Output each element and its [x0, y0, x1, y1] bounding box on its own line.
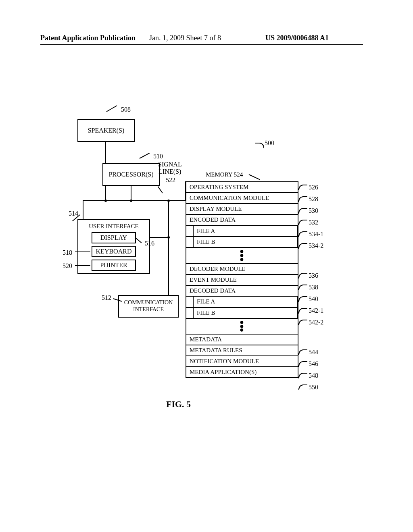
ref-dec-a: 542-1	[309, 307, 323, 314]
line-ui-right	[150, 237, 168, 238]
mem-metadata: METADATA	[186, 334, 298, 345]
ref-processors: 510	[153, 153, 163, 160]
ref-os: 526	[309, 184, 318, 191]
mem-dec-files: FILE A FILE B ●●●	[186, 296, 298, 335]
line-proc-down	[131, 186, 131, 201]
memory-table: OPERATING SYSTEM COMMUNICATION MODULE DI…	[186, 181, 298, 378]
processors-box: PROCESSOR(S)	[102, 163, 160, 186]
memory-title: MEMORY 524	[206, 171, 243, 178]
line-right-vert	[168, 200, 169, 295]
comm-interface-label: COMMUNICATION INTERFACE	[124, 299, 173, 313]
leader-508	[106, 105, 117, 112]
leader-518	[75, 251, 90, 252]
lead-540	[298, 296, 307, 302]
lead-534-2	[298, 243, 307, 249]
ref-speakers: 508	[121, 106, 131, 113]
ref-keyboard: 518	[63, 249, 72, 256]
pointer-label: POINTER	[100, 261, 127, 269]
keyboard-box: KEYBOARD	[92, 246, 136, 257]
mem-dec-b: FILE B	[193, 308, 297, 318]
lead-550	[298, 384, 307, 390]
ref-media: 550	[309, 384, 318, 391]
mem-enc-files: FILE A FILE B ●●●	[186, 225, 298, 264]
comm-interface-box: COMMUNICATION INTERFACE	[118, 295, 179, 318]
lead-538	[298, 285, 307, 290]
leader-524	[249, 174, 260, 180]
lead-542-2	[298, 320, 307, 325]
leader-522	[158, 186, 163, 193]
lead-546	[298, 361, 307, 367]
figure-caption: FIG. 5	[166, 399, 191, 409]
dots-icon-1: ●●●	[186, 247, 297, 263]
pointer-box: POINTER	[92, 260, 136, 271]
bus-node-2	[130, 200, 132, 202]
ref-enc-b: 534-2	[309, 242, 323, 249]
header-middle: Jan. 1, 2009 Sheet 7 of 8	[149, 34, 221, 42]
line-to-mem	[168, 200, 186, 201]
leader-510	[140, 153, 150, 159]
mem-dec: DECODED DATA	[186, 285, 298, 296]
ref-enc-data: 532	[309, 219, 318, 226]
lead-548	[298, 373, 307, 378]
lead-532	[298, 220, 307, 225]
dots-icon-2: ●●●	[186, 318, 297, 334]
lead-534-1	[298, 231, 307, 237]
lead-536	[298, 273, 307, 278]
lead-526	[298, 185, 307, 190]
keyboard-label: KEYBOARD	[96, 247, 132, 255]
lead-530	[298, 208, 307, 214]
speakers-box: SPEAKER(S)	[77, 119, 135, 142]
speakers-label: SPEAKER(S)	[88, 127, 125, 134]
signal-lines-label: SIGNAL LINE(S)	[158, 161, 182, 176]
patent-page: Patent Application Publication Jan. 1, 2…	[0, 0, 413, 532]
ui-title: USER INTERFACE	[78, 220, 149, 230]
line-mem-stub	[185, 181, 186, 200]
ref-enc-a: 534-1	[309, 231, 323, 238]
ref-dec-data: 540	[309, 295, 318, 303]
processors-label: PROCESSOR(S)	[108, 170, 153, 178]
mem-enc-a: FILE A	[193, 226, 297, 237]
display-label: DISPLAY	[100, 234, 127, 241]
mem-notif: NOTIFICATION MODULE	[186, 356, 298, 367]
bus-node-ui	[167, 236, 170, 239]
ref-event: 538	[309, 284, 318, 291]
ref-system: 500	[265, 139, 274, 147]
lead-528	[298, 196, 307, 202]
ref-decoder: 536	[309, 272, 318, 279]
mem-enc-b: FILE B	[193, 237, 297, 247]
lead-544	[298, 349, 307, 355]
line-speaker-cont	[105, 186, 106, 200]
ref-signal-lines: 522	[166, 177, 175, 184]
ref-notif: 548	[309, 372, 318, 379]
header-rule	[40, 44, 363, 45]
lead-542-1	[298, 308, 307, 314]
mem-mdrules: METADATA RULES	[186, 345, 298, 356]
ref-metadata: 544	[309, 349, 318, 356]
mem-dec-a: FILE A	[193, 297, 297, 308]
display-box: DISPLAY	[92, 232, 136, 243]
mem-decoder: DECODER MODULE	[186, 264, 298, 274]
header-right: US 2009/0006488 A1	[265, 34, 329, 42]
mem-media: MEDIA APPLICATION(S)	[186, 367, 298, 378]
leader-system	[255, 143, 264, 148]
line-speaker-down	[105, 142, 106, 163]
ref-disp-mod: 530	[309, 207, 318, 214]
mem-event: EVENT MODULE	[186, 274, 298, 285]
ref-comm-if: 512	[102, 294, 111, 301]
mem-disp: DISPLAY MODULE	[186, 204, 298, 214]
ref-dec-b: 542-2	[309, 319, 323, 326]
leader-520	[75, 265, 90, 266]
line-bus-to-ui	[83, 200, 83, 219]
mem-enc: ENCODED DATA	[186, 214, 298, 225]
ref-display: 516	[145, 240, 154, 247]
ref-comm-mod: 528	[309, 195, 318, 203]
header-left: Patent Application Publication	[40, 34, 136, 42]
ref-pointer: 520	[63, 262, 72, 270]
ref-mdrules: 546	[309, 360, 318, 368]
mem-comm: COMMUNICATION MODULE	[186, 193, 298, 204]
mem-os: OPERATING SYSTEM	[186, 182, 298, 193]
